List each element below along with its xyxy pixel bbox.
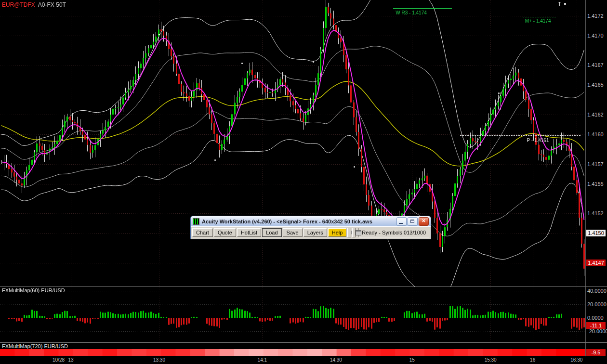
time-axis-label: 13:30 xyxy=(153,357,165,363)
time-axis-label: 15 xyxy=(409,357,415,363)
histogram-value-badge: -11.1 xyxy=(586,322,606,329)
restore-button[interactable] xyxy=(408,217,418,226)
connection-button[interactable] xyxy=(347,228,351,237)
candlestick-chart-canvas[interactable] xyxy=(0,0,585,286)
heatmap-value-badge: -9.5 xyxy=(586,349,606,356)
dialog-title: Acuity WorkStation (v4.260) - <eSignal> … xyxy=(202,219,396,224)
minimize-icon xyxy=(399,223,403,224)
time-axis[interactable]: 10/281313:3014:114:301515:301616:30 xyxy=(0,356,607,364)
chart-tools-icon[interactable]: T xyxy=(558,1,561,7)
printer-icon xyxy=(356,230,361,235)
price-axis[interactable]: 1.41721.41701.41671.41651.41621.41601.41… xyxy=(585,0,607,286)
time-axis-label: 16:30 xyxy=(570,357,582,363)
corner-marker-icon xyxy=(564,3,566,5)
price-axis-label: 1.4152 xyxy=(587,210,604,216)
time-axis-label: 15:30 xyxy=(485,357,497,363)
price-axis-label: 1.4157 xyxy=(587,161,604,167)
help-button[interactable]: Help xyxy=(328,228,347,237)
histogram-axis[interactable]: 40.000020.00000.0000-20.0000-11.1 xyxy=(585,287,607,342)
histogram-axis-label: 40.0000 xyxy=(587,288,607,294)
price-axis-label: 1.4162 xyxy=(587,112,604,117)
price-axis-label: 1.4172 xyxy=(587,13,604,19)
fxmultimap60-label: FXMultiMap(60) EUR/USD xyxy=(2,287,65,293)
histogram-axis-label: 20.0000 xyxy=(587,301,607,307)
price-level-badge: 1.4150 xyxy=(586,230,606,236)
fxmultimap720-panel[interactable]: FXMultiMap(720) EUR/USD xyxy=(0,343,585,356)
workstation-dialog[interactable]: Acuity WorkStation (v4.260) - <eSignal> … xyxy=(190,216,431,239)
main-chart-panel[interactable]: EUR@TDFXA0-FX 50T T W R3 - 1.4174M+ - 1.… xyxy=(0,0,585,286)
time-axis-label: 13 xyxy=(68,357,73,363)
quote-button[interactable]: Quote xyxy=(214,228,236,237)
load-button[interactable]: Load xyxy=(262,228,281,237)
app-chart-icon xyxy=(193,218,199,225)
layers-button[interactable]: Layers xyxy=(304,228,327,237)
fxmultimap720-label: FXMultiMap(720) EUR/USD xyxy=(2,343,68,349)
time-axis-label: 10/28 xyxy=(53,357,65,363)
heatmap-axis: -9.5 xyxy=(585,343,607,356)
print-button[interactable] xyxy=(352,228,356,237)
price-axis-label: 1.4160 xyxy=(587,131,604,137)
last-price-badge: 1.4147 xyxy=(586,260,606,266)
time-axis-label: 14:1 xyxy=(258,357,267,363)
price-axis-label: 1.4167 xyxy=(587,62,604,68)
symbol-contract: A0-FX 50T xyxy=(38,1,66,8)
price-axis-label: 1.4165 xyxy=(587,82,604,88)
fxmultimap60-panel[interactable]: FXMultiMap(60) EUR/USD xyxy=(0,287,585,342)
hotlist-button[interactable]: HotList xyxy=(237,228,261,237)
heatmap-strip-canvas[interactable] xyxy=(0,349,585,356)
status-text: Ready - Symbols:013/1000 xyxy=(358,228,429,237)
save-button[interactable]: Save xyxy=(283,228,303,237)
chart-button[interactable]: Chart xyxy=(192,228,213,237)
dialog-toolbar: Chart Quote HotList Load Save Layers Hel… xyxy=(191,226,431,239)
close-button[interactable] xyxy=(419,217,429,226)
price-axis-label: 1.4170 xyxy=(587,33,604,39)
momentum-histogram-canvas[interactable] xyxy=(0,287,585,342)
chart-symbol-title: EUR@TDFXA0-FX 50T xyxy=(2,1,66,8)
minimize-button[interactable] xyxy=(396,217,407,226)
price-axis-label: 1.4155 xyxy=(587,181,604,187)
time-axis-label: 14:30 xyxy=(330,357,342,363)
restore-icon xyxy=(410,220,414,223)
histogram-axis-label: -20.0000 xyxy=(587,328,607,334)
time-axis-label: 16 xyxy=(530,357,535,363)
symbol-name: EUR@TDFX xyxy=(2,1,35,8)
histogram-axis-label: 0.0000 xyxy=(587,315,604,321)
dialog-titlebar[interactable]: Acuity WorkStation (v4.260) - <eSignal> … xyxy=(191,216,431,226)
